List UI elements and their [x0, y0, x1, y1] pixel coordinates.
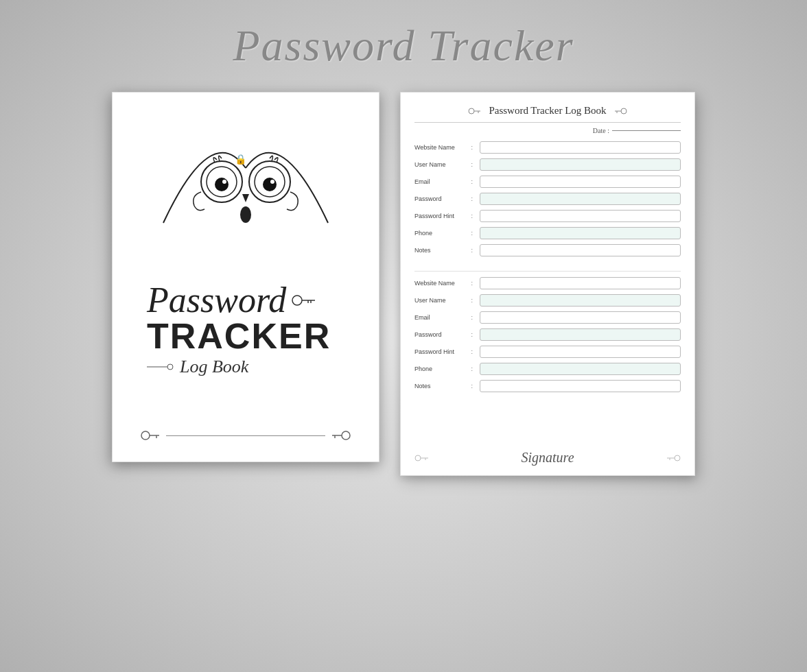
- bottom-divider-line: [166, 435, 325, 436]
- bottom-key-left-icon: [140, 430, 161, 441]
- header-key-left-icon: [468, 108, 482, 115]
- form-row-password-1: Password :: [414, 191, 681, 206]
- main-title: Password Tracker: [233, 21, 574, 71]
- svg-text:🔒: 🔒: [235, 154, 247, 165]
- label-website-2: Website Name :: [414, 280, 480, 287]
- form-row-passwordhint-2: Password Hint :: [414, 344, 681, 359]
- label-password-2: Password :: [414, 331, 480, 338]
- label-passwordhint-2: Password Hint :: [414, 348, 480, 355]
- form-row-website-1: Website Name :: [414, 140, 681, 155]
- label-email-1: Email :: [414, 178, 480, 185]
- signature-text: Signature: [430, 450, 666, 466]
- label-notes-2: Notes :: [414, 383, 480, 389]
- form-row-notes-1: Notes :: [414, 243, 681, 258]
- page-header-divider: [414, 122, 681, 123]
- label-phone-2: Phone :: [414, 365, 480, 372]
- field-notes-2[interactable]: [480, 380, 681, 392]
- form-row-username-2: User Name :: [414, 293, 681, 308]
- svg-point-34: [675, 455, 680, 461]
- svg-point-28: [621, 108, 627, 114]
- svg-point-16: [167, 364, 173, 370]
- svg-point-17: [141, 431, 150, 440]
- cover-bottom-bar: [133, 430, 358, 441]
- books-container: 🔒 Password: [112, 92, 695, 476]
- svg-marker-9: [242, 194, 249, 202]
- key-icon-logbook-left: [147, 363, 174, 371]
- form-section-1: Website Name : User Name : Email :: [414, 140, 681, 260]
- svg-point-29: [415, 455, 421, 461]
- field-phone-2[interactable]: [480, 363, 681, 375]
- page-footer: Signature: [414, 446, 681, 466]
- key-icon-cover: [292, 294, 316, 307]
- footer-key-right-icon: [666, 454, 681, 462]
- cover-password-script: Password: [147, 283, 316, 318]
- field-phone-1[interactable]: [480, 227, 681, 239]
- field-passwordhint-2[interactable]: [480, 346, 681, 358]
- header-key-right-icon: [613, 108, 627, 115]
- page-title: Password Tracker Log Book: [489, 105, 606, 117]
- svg-point-22: [342, 431, 350, 440]
- cover-tracker-label: TRACKER: [147, 318, 331, 354]
- cover-text-section: Password TRACKER Log Book: [133, 283, 358, 377]
- form-row-password-2: Password :: [414, 327, 681, 342]
- date-underline: [612, 130, 681, 131]
- field-username-1[interactable]: [480, 158, 681, 171]
- form-row-username-1: User Name :: [414, 157, 681, 172]
- form-row-notes-2: Notes :: [414, 379, 681, 394]
- label-password-1: Password :: [414, 195, 480, 202]
- form-row-website-2: Website Name :: [414, 276, 681, 291]
- form-section-2: Website Name : User Name : Email :: [414, 276, 681, 396]
- form-row-passwordhint-1: Password Hint :: [414, 208, 681, 224]
- field-notes-1[interactable]: [480, 244, 681, 256]
- cover-logbook-label: Log Book: [180, 357, 248, 377]
- form-row-email-2: Email :: [414, 310, 681, 325]
- field-password-1[interactable]: [480, 193, 681, 205]
- cover-password-label: Password: [147, 283, 286, 318]
- footer-key-left-icon: [414, 454, 430, 462]
- bottom-key-right-icon: [331, 430, 351, 441]
- owl-decoration: 🔒: [133, 113, 358, 237]
- cover-logbook-line: Log Book: [147, 357, 248, 377]
- svg-point-6: [263, 178, 277, 191]
- label-email-2: Email :: [414, 314, 480, 321]
- svg-point-3: [222, 180, 226, 184]
- section-divider: [414, 271, 681, 272]
- svg-point-10: [240, 206, 251, 223]
- svg-point-23: [469, 108, 474, 114]
- svg-point-11: [292, 296, 302, 305]
- field-password-2[interactable]: [480, 328, 681, 341]
- field-website-1[interactable]: [480, 141, 681, 154]
- date-line: Date :: [414, 127, 681, 134]
- form-row-phone-1: Phone :: [414, 226, 681, 241]
- label-username-2: User Name :: [414, 297, 480, 304]
- label-notes-1: Notes :: [414, 247, 480, 254]
- field-email-1[interactable]: [480, 176, 681, 188]
- inner-page: Password Tracker Log Book Date : Website…: [400, 92, 695, 476]
- page-header: Password Tracker Log Book: [414, 105, 681, 117]
- label-website-1: Website Name :: [414, 144, 480, 151]
- svg-point-7: [270, 180, 274, 184]
- form-row-email-1: Email :: [414, 174, 681, 189]
- label-username-1: User Name :: [414, 161, 480, 168]
- svg-point-2: [215, 178, 229, 191]
- form-row-phone-2: Phone :: [414, 361, 681, 376]
- label-passwordhint-1: Password Hint :: [414, 213, 480, 219]
- field-username-2[interactable]: [480, 294, 681, 307]
- label-phone-1: Phone :: [414, 230, 480, 237]
- field-passwordhint-1[interactable]: [480, 210, 681, 222]
- owl-svg: 🔒: [156, 113, 335, 237]
- date-label: Date :: [593, 127, 609, 134]
- field-email-2[interactable]: [480, 311, 681, 324]
- field-website-2[interactable]: [480, 277, 681, 289]
- front-cover: 🔒 Password: [112, 92, 379, 462]
